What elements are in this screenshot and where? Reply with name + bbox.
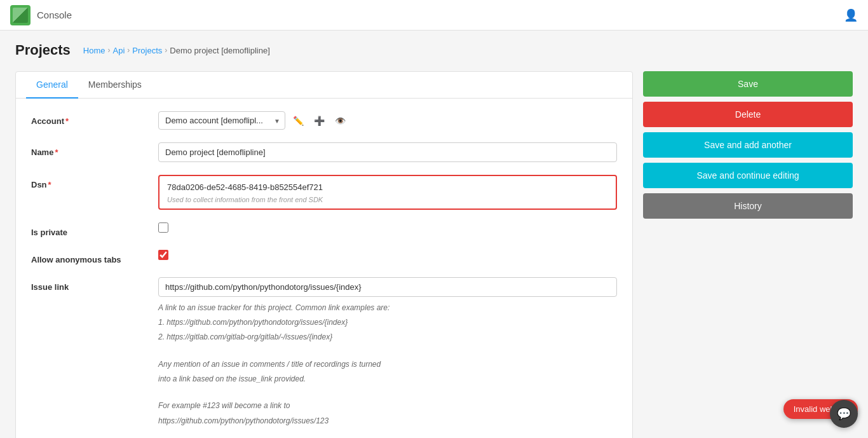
allow-anonymous-tabs-label: Allow anonymous tabs (31, 250, 158, 264)
dsn-input[interactable] (165, 181, 611, 193)
history-button[interactable]: History (643, 193, 853, 219)
delete-button[interactable]: Delete (643, 102, 853, 127)
topbar: Console 👤 (0, 0, 868, 31)
issue-link-field: A link to an issue tracker for this proj… (158, 277, 617, 430)
app-logo (10, 5, 31, 25)
topbar-right: 👤 (844, 8, 858, 22)
main-layout: General Memberships Account* Demo accoun… (0, 65, 868, 438)
chat-icon: 💬 (837, 407, 851, 421)
breadcrumb-sep-3: › (165, 46, 167, 55)
tab-memberships[interactable]: Memberships (78, 72, 152, 99)
sidebar: Save Delete Save and add another Save an… (643, 71, 853, 438)
issue-link-description: A link to an issue tracker for this proj… (158, 302, 617, 427)
app-title: Console (37, 10, 72, 20)
user-icon[interactable]: 👤 (844, 9, 858, 22)
tab-general[interactable]: General (26, 72, 78, 99)
issue-link-desc-line1: A link to an issue tracker for this proj… (158, 302, 617, 314)
account-label: Account* (31, 111, 158, 126)
breadcrumb-sep-2: › (127, 46, 130, 55)
is-private-label: Is private (31, 222, 158, 237)
app-logo-icon (13, 8, 28, 23)
issue-link-desc-line3: into a link based on the issue_link prov… (158, 373, 617, 385)
issue-link-desc-example2: 2. https://gitlab.com/gitlab-org/gitlab/… (158, 331, 617, 343)
allow-anonymous-tabs-field (158, 250, 617, 260)
breadcrumb-home[interactable]: Home (83, 46, 105, 55)
is-private-field (158, 222, 617, 233)
page-title: Projects (15, 42, 71, 58)
dsn-row: Dsn* Used to collect information from th… (31, 175, 617, 210)
breadcrumb-projects[interactable]: Projects (132, 46, 162, 55)
chat-bubble[interactable]: 💬 (830, 400, 858, 428)
save-and-continue-editing-button[interactable]: Save and continue editing (643, 163, 853, 188)
save-and-add-another-button[interactable]: Save and add another (643, 132, 853, 158)
save-button[interactable]: Save (643, 71, 853, 97)
issue-link-desc-line4: For example #123 will become a link to (158, 400, 617, 412)
name-input[interactable] (158, 142, 617, 162)
main-content-card: General Memberships Account* Demo accoun… (15, 71, 633, 438)
breadcrumb-api[interactable]: Api (113, 46, 125, 55)
dsn-help-text: Used to collect information from the fro… (165, 196, 611, 203)
breadcrumb: Home › Api › Projects › Demo project [de… (83, 46, 270, 55)
account-view-icon[interactable]: 👁️ (332, 113, 348, 128)
account-required: * (65, 116, 69, 126)
issue-link-label: Issue link (31, 277, 158, 292)
issue-link-desc-example1: 1. https://github.com/python/pythondotor… (158, 317, 617, 329)
issue-link-input[interactable] (158, 277, 617, 297)
name-row: Name* (31, 142, 617, 162)
is-private-checkbox[interactable] (158, 222, 168, 233)
account-field: Demo account [demoflipl... ▼ ✏️ ➕ 👁️ (158, 111, 617, 130)
topbar-left: Console (10, 5, 72, 25)
account-edit-icon[interactable]: ✏️ (290, 113, 306, 128)
is-private-row: Is private (31, 222, 617, 237)
account-select-wrapper: Demo account [demoflipl... ▼ (158, 111, 285, 130)
name-required: * (55, 147, 58, 157)
breadcrumb-current: Demo project [demoflipline] (170, 46, 270, 55)
form-body: Account* Demo account [demoflipl... ▼ ✏️… (16, 99, 632, 438)
account-row: Account* Demo account [demoflipl... ▼ ✏️… (31, 111, 617, 130)
issue-link-desc-line5: https://github.com/python/pythondotorg/i… (158, 415, 617, 427)
breadcrumb-sep-1: › (108, 46, 111, 55)
dsn-highlighted-wrapper: Used to collect information from the fro… (158, 175, 617, 210)
dsn-label: Dsn* (31, 175, 158, 189)
dsn-required: * (48, 180, 51, 189)
dsn-field: Used to collect information from the fro… (158, 175, 617, 210)
account-select[interactable]: Demo account [demoflipl... (158, 111, 285, 130)
allow-anonymous-tabs-checkbox[interactable] (158, 250, 168, 260)
issue-link-desc-line2: Any mention of an issue in comments / ti… (158, 359, 617, 371)
account-add-icon[interactable]: ➕ (311, 113, 327, 128)
name-label: Name* (31, 142, 158, 157)
issue-link-row: Issue link A link to an issue tracker fo… (31, 277, 617, 430)
sidebar-buttons: Save Delete Save and add another Save an… (643, 71, 853, 221)
page-header: Projects Home › Api › Projects › Demo pr… (0, 31, 868, 65)
allow-anonymous-tabs-row: Allow anonymous tabs (31, 250, 617, 264)
tabs-bar: General Memberships (16, 72, 632, 99)
name-field (158, 142, 617, 162)
